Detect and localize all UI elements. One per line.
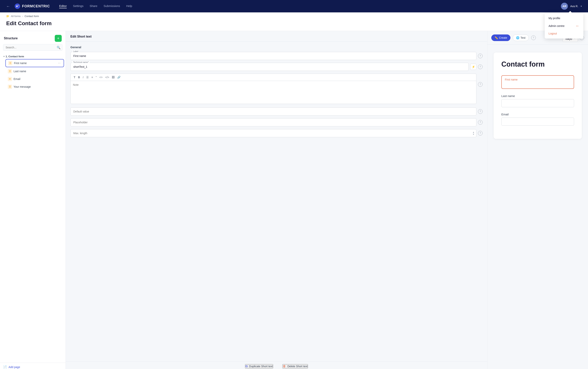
pencil-icon: ✏️ xyxy=(495,36,498,39)
dropdown-logout[interactable]: Logout xyxy=(545,30,583,37)
dropdown-admin-centre[interactable]: Admin centre ← xyxy=(545,22,583,30)
tree-item-label-email: Email xyxy=(14,77,20,81)
test-button[interactable]: 🌐 Test xyxy=(513,34,529,41)
toolbar-quote-btn[interactable]: " xyxy=(95,75,98,79)
breadcrumb-separator: › xyxy=(22,15,23,18)
technical-name-input[interactable] xyxy=(70,63,469,71)
panel-footer: 📄 Add page xyxy=(0,363,66,369)
first-name-label: First name xyxy=(505,78,571,81)
toolbar-bold-btn[interactable]: B xyxy=(77,75,81,79)
middle-footer: ⧉ Duplicate Short text 🗑 Delete Short te… xyxy=(66,361,487,369)
back-button[interactable]: ← xyxy=(6,4,10,9)
label-help-icon[interactable]: ? xyxy=(478,54,483,58)
tree-item-label-message: Your message xyxy=(14,85,31,88)
max-length-input[interactable] xyxy=(70,129,476,137)
user-dropdown: My profile Admin centre ← Logout xyxy=(545,13,583,39)
right-panel: ✏️ Create 🌐 Test ? Design Tokyo ▾ xyxy=(487,31,588,369)
breadcrumb: 📁 All forms › Contact form xyxy=(6,15,582,18)
toolbar-italic-btn[interactable]: I xyxy=(82,75,84,79)
folder-icon: 📁 xyxy=(6,15,9,18)
user-name[interactable]: Ava R. xyxy=(570,5,578,8)
tree-item-first-name[interactable]: ☰ First name ··· xyxy=(5,59,64,67)
more-options-icon[interactable]: ··· xyxy=(57,61,61,65)
nav-help[interactable]: Help xyxy=(126,4,132,8)
question-mark-preview: ? xyxy=(533,36,534,39)
spinner-up-btn[interactable]: ▲ xyxy=(472,131,474,133)
add-page-icon: 📄 xyxy=(3,365,7,369)
field-icon-first-name: ☰ xyxy=(8,61,12,65)
wand-button[interactable]: ⚡ xyxy=(470,64,476,70)
nav-submissions[interactable]: Submissions xyxy=(103,4,120,8)
structure-panel-header: Structure + xyxy=(0,31,66,44)
middle-content: General Label ? Technical name* ⚡ xyxy=(66,42,487,361)
general-section-title: General xyxy=(70,45,483,49)
max-length-row: ▲ ▼ ? xyxy=(70,129,483,137)
preview-field-last-name: Last name xyxy=(501,94,574,107)
tree-item-email[interactable]: ✉ Email xyxy=(5,75,64,83)
tree-container: ▾ 1. Contact form ☰ First name ··· ☰ Las… xyxy=(0,54,66,363)
default-value-help-icon[interactable]: ? xyxy=(478,109,483,114)
last-name-label: Last name xyxy=(501,94,574,98)
tree-item-label-last-name: Last name xyxy=(14,70,26,73)
structure-title: Structure xyxy=(4,37,18,40)
edit-panel-title: Edit Short text xyxy=(70,35,91,38)
first-name-preview-input[interactable] xyxy=(505,83,571,86)
toolbar-link-btn[interactable]: 🔗 xyxy=(117,75,121,79)
last-name-preview-input[interactable] xyxy=(501,99,574,107)
breadcrumb-current: Contact form xyxy=(25,15,39,18)
email-label: Email xyxy=(501,113,574,116)
chevron-down-icon[interactable]: ▾ xyxy=(581,5,582,8)
preview-help-icon[interactable]: ? xyxy=(531,35,536,40)
delete-button[interactable]: 🗑 Delete Short text xyxy=(282,364,308,369)
dropdown-my-profile[interactable]: My profile xyxy=(545,15,583,22)
note-help-icon[interactable]: ? xyxy=(478,82,483,87)
arrow-icon: ← xyxy=(576,24,579,28)
nav-settings[interactable]: Settings xyxy=(73,4,83,8)
note-field-wrapper: T B I ☰ ≡ " <> </> 🖼 🔗 ? xyxy=(70,73,483,105)
globe-icon: 🌐 xyxy=(516,36,519,39)
search-input[interactable] xyxy=(3,44,62,51)
page-title: Edit Contact form ⬆ xyxy=(6,19,582,28)
field-icon-last-name: ☰ xyxy=(8,69,12,73)
add-field-button[interactable]: + xyxy=(55,35,62,42)
page-header: 📁 All forms › Contact form Edit Contact … xyxy=(0,12,588,31)
placeholder-input[interactable] xyxy=(70,118,476,126)
toolbar-code-btn[interactable]: <> xyxy=(99,75,103,79)
toolbar-ol-btn[interactable]: ≡ xyxy=(91,75,94,79)
breadcrumb-all-forms[interactable]: All forms xyxy=(11,15,21,18)
preview-field-email: Email xyxy=(501,113,574,126)
tree-group-label: 1. Contact form xyxy=(6,55,24,58)
middle-header: Edit Short text xyxy=(66,31,487,42)
field-icon-email: ✉ xyxy=(8,77,12,81)
technical-name-field-row: Technical name* ⚡ ? xyxy=(70,63,483,71)
tree-group: ▾ 1. Contact form ☰ First name ··· ☰ Las… xyxy=(1,54,64,90)
tree-item-message[interactable]: ☰ Your message xyxy=(5,83,64,90)
nav-links: Editor Settings Share Submissions Help xyxy=(59,4,561,8)
technical-name-field-group: Technical name* xyxy=(70,63,469,71)
nav-editor[interactable]: Editor xyxy=(59,4,67,8)
create-button[interactable]: ✏️ Create xyxy=(491,34,510,41)
preview-content: Contact form First name Last name Email xyxy=(487,45,588,369)
tree-item-last-name[interactable]: ☰ Last name xyxy=(5,68,64,75)
svg-point-1 xyxy=(18,5,19,6)
toolbar-text-btn[interactable]: T xyxy=(73,75,76,79)
avatar[interactable]: AR xyxy=(561,3,568,10)
add-page-button[interactable]: 📄 Add page xyxy=(3,365,20,369)
spinner-down-btn[interactable]: ▼ xyxy=(472,133,474,135)
question-mark: ? xyxy=(480,55,481,57)
note-textarea[interactable] xyxy=(70,81,476,104)
nav-user-section: AR Ava R. ▾ xyxy=(561,3,582,10)
duplicate-button[interactable]: ⧉ Duplicate Short text xyxy=(245,364,273,369)
technical-name-help-icon[interactable]: ? xyxy=(478,64,483,69)
max-length-field: ▲ ▼ xyxy=(70,129,476,137)
toolbar-code-block-btn[interactable]: </> xyxy=(104,75,110,79)
default-value-input[interactable] xyxy=(70,107,476,116)
search-box: 🔍 xyxy=(3,44,62,51)
label-input[interactable] xyxy=(70,52,476,60)
nav-share[interactable]: Share xyxy=(89,4,97,8)
toolbar-image-btn[interactable]: 🖼 xyxy=(111,75,115,79)
email-preview-input[interactable] xyxy=(501,118,574,126)
toolbar-ul-btn[interactable]: ☰ xyxy=(86,75,89,79)
max-length-help-icon[interactable]: ? xyxy=(478,131,483,135)
placeholder-help-icon[interactable]: ? xyxy=(478,120,483,125)
